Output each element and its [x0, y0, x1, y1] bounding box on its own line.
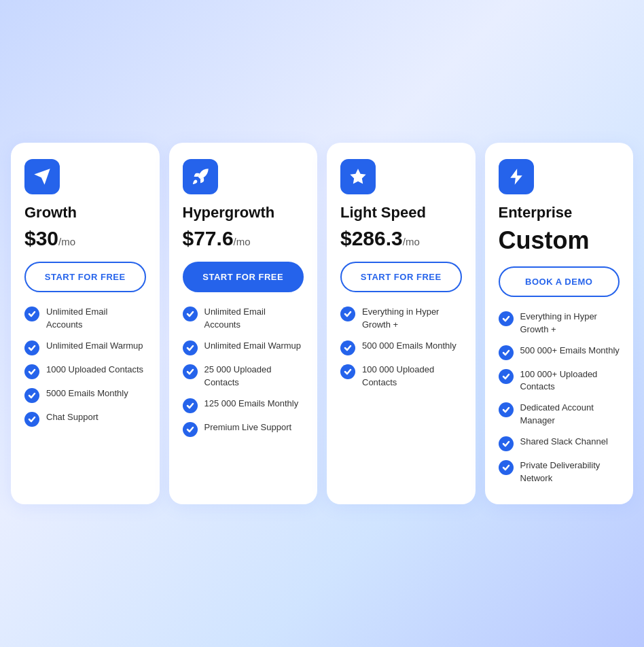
cta-button-hypergrowth[interactable]: START FOR FREE: [183, 262, 304, 292]
plan-name: Growth: [24, 204, 146, 222]
check-icon: [183, 307, 198, 321]
feature-item: 500 000+ Emails Monthly: [499, 345, 620, 360]
plan-icon-box: [183, 159, 218, 194]
feature-item: Unlimited Email Warmup: [183, 340, 304, 355]
feature-item: Everything in Hyper Growth +: [499, 311, 620, 336]
plan-icon-box: [499, 159, 534, 194]
feature-text: 100 000+ Uploaded Contacts: [520, 368, 620, 394]
feature-item: 1000 Uploaded Contacts: [24, 364, 146, 379]
check-icon: [340, 364, 355, 379]
check-icon: [24, 412, 39, 427]
check-icon: [183, 422, 198, 437]
feature-text: 1000 Uploaded Contacts: [46, 364, 143, 377]
feature-text: Shared Slack Channel: [520, 436, 608, 449]
feature-text: Unlimited Email Accounts: [46, 306, 146, 332]
check-icon: [24, 340, 39, 355]
feature-item: Dedicated Account Manager: [499, 402, 620, 427]
check-icon: [499, 460, 514, 475]
plan-card-hypergrowth: Hypergrowth $77.6/mo START FOR FREE Unli…: [169, 143, 318, 504]
feature-text: Private Deliverability Network: [520, 459, 620, 485]
plan-card-enterprise: Enterprise Custom BOOK A DEMO Everything…: [485, 143, 634, 504]
check-icon: [183, 398, 198, 413]
price-unit: /mo: [234, 236, 251, 247]
feature-text: Everything in Hyper Growth +: [520, 311, 620, 336]
feature-text: 25 000 Uploaded Contacts: [204, 364, 304, 389]
feature-text: Dedicated Account Manager: [520, 402, 620, 427]
feature-item: Chat Support: [24, 411, 146, 427]
feature-text: Premium Live Support: [204, 421, 292, 434]
check-icon: [24, 364, 39, 379]
cta-button-growth[interactable]: START FOR FREE: [24, 262, 146, 292]
features-list: Unlimited Email Accounts Unlimited Email…: [183, 306, 304, 436]
feature-item: Premium Live Support: [183, 421, 304, 437]
plan-icon-box: [340, 159, 376, 194]
plan-name: Enterprise: [499, 204, 620, 222]
svg-marker-0: [350, 169, 365, 184]
plan-price: $77.6/mo: [183, 227, 304, 249]
plan-price: Custom: [499, 227, 620, 254]
feature-text: 500 000 Emails Monthly: [362, 340, 457, 353]
check-icon: [24, 388, 39, 403]
feature-item: 125 000 Emails Monthly: [183, 398, 304, 413]
feature-text: 100 000 Uploaded Contacts: [362, 364, 462, 389]
feature-item: 100 000+ Uploaded Contacts: [499, 368, 620, 394]
check-icon: [499, 436, 514, 451]
check-icon: [24, 307, 39, 321]
price-unit: /mo: [58, 236, 75, 247]
check-icon: [499, 345, 514, 360]
check-icon: [183, 340, 198, 355]
check-icon: [340, 307, 355, 321]
features-list: Everything in Hyper Growth + 500 000+ Em…: [499, 311, 620, 485]
plan-price: $286.3/mo: [340, 227, 462, 249]
feature-item: 5000 Emails Monthly: [24, 387, 146, 403]
pricing-grid: Growth $30/mo START FOR FREE Unlimited E…: [11, 143, 633, 504]
feature-text: 5000 Emails Monthly: [46, 387, 128, 400]
features-list: Unlimited Email Accounts Unlimited Email…: [24, 306, 146, 427]
check-icon: [340, 340, 355, 355]
feature-text: Unlimited Email Warmup: [46, 340, 143, 353]
cta-button-enterprise[interactable]: BOOK A DEMO: [499, 266, 620, 297]
feature-text: 125 000 Emails Monthly: [204, 398, 299, 410]
plan-card-lightspeed: Light Speed $286.3/mo START FOR FREE Eve…: [327, 143, 476, 504]
cta-button-lightspeed[interactable]: START FOR FREE: [340, 262, 462, 292]
feature-text: 500 000+ Emails Monthly: [520, 345, 620, 357]
feature-text: Unlimited Email Accounts: [204, 306, 304, 332]
plan-card-growth: Growth $30/mo START FOR FREE Unlimited E…: [11, 143, 160, 504]
feature-item: Unlimited Email Warmup: [24, 340, 146, 355]
check-icon: [499, 369, 514, 384]
features-list: Everything in Hyper Growth + 500 000 Ema…: [340, 306, 462, 389]
plan-icon-box: [24, 159, 60, 194]
check-icon: [499, 311, 514, 326]
feature-item: Private Deliverability Network: [499, 459, 620, 485]
feature-item: Everything in Hyper Growth +: [340, 306, 462, 332]
feature-text: Everything in Hyper Growth +: [362, 306, 462, 332]
check-icon: [499, 402, 514, 417]
feature-item: 500 000 Emails Monthly: [340, 340, 462, 355]
feature-item: Unlimited Email Accounts: [24, 306, 146, 332]
feature-item: 25 000 Uploaded Contacts: [183, 364, 304, 389]
feature-item: Shared Slack Channel: [499, 436, 620, 451]
price-unit: /mo: [403, 236, 420, 247]
feature-item: Unlimited Email Accounts: [183, 306, 304, 332]
plan-price: $30/mo: [24, 227, 146, 249]
feature-text: Unlimited Email Warmup: [204, 340, 302, 353]
feature-item: 100 000 Uploaded Contacts: [340, 364, 462, 389]
feature-text: Chat Support: [46, 411, 99, 424]
plan-name: Light Speed: [340, 204, 462, 222]
plan-name: Hypergrowth: [183, 204, 304, 222]
check-icon: [183, 364, 198, 379]
